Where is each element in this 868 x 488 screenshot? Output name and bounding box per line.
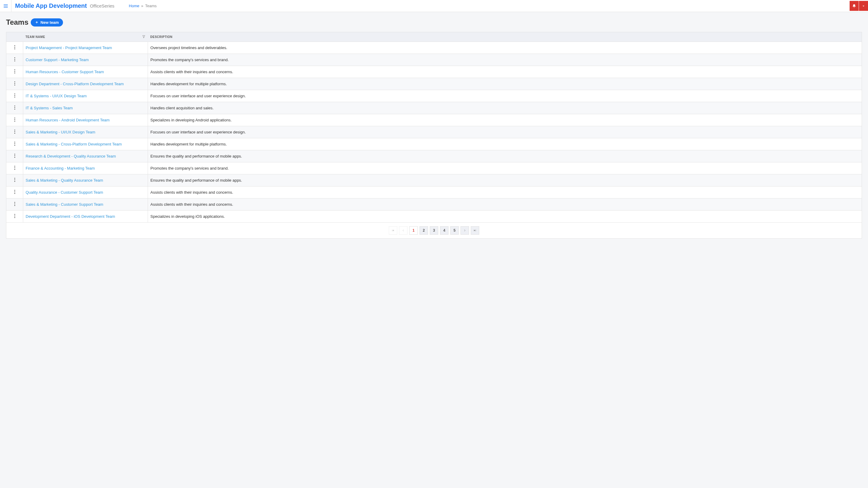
new-team-button[interactable]: New team <box>31 19 63 27</box>
svg-point-19 <box>14 97 15 98</box>
team-name-cell: Finance & Accounting - Marketing Team <box>23 162 148 174</box>
pagination-first-button[interactable] <box>389 226 397 235</box>
more-vertical-icon <box>14 154 16 158</box>
row-menu-button[interactable] <box>6 54 23 66</box>
breadcrumb-current: Teams <box>145 4 157 8</box>
svg-point-38 <box>14 178 15 178</box>
more-vertical-icon <box>14 202 16 206</box>
svg-point-15 <box>14 83 15 84</box>
team-link[interactable]: IT & Systems - UI/UX Design Team <box>26 94 87 98</box>
team-name-cell: Project Management - Project Management … <box>23 42 148 54</box>
team-description-cell: Handles development for multiple platfor… <box>148 78 862 90</box>
pagination-last-button[interactable] <box>471 226 479 235</box>
team-link[interactable]: Sales & Marketing - Cross-Platform Devel… <box>26 142 122 147</box>
svg-point-32 <box>14 154 15 155</box>
filter-icon <box>142 35 146 38</box>
row-menu-button[interactable] <box>6 114 23 126</box>
more-vertical-icon <box>14 178 16 182</box>
row-menu-button[interactable] <box>6 150 23 162</box>
svg-point-34 <box>14 157 15 158</box>
team-name-cell: Human Resources - Customer Support Team <box>23 66 148 78</box>
column-header-description-label: Description <box>150 35 173 38</box>
row-menu-button[interactable] <box>6 138 23 150</box>
pagination-page-1[interactable]: 1 <box>409 226 418 235</box>
row-menu-button[interactable] <box>6 126 23 138</box>
team-description-cell: Focuses on user interface and user exper… <box>148 126 862 138</box>
team-description-cell: Focuses on user interface and user exper… <box>148 90 862 102</box>
breadcrumb-home-link[interactable]: Home <box>129 4 140 8</box>
team-link[interactable]: Human Resources - Customer Support Team <box>26 70 104 74</box>
pagination-next-button[interactable] <box>461 226 469 235</box>
table-row: Sales & Marketing - Quality Assurance Te… <box>6 174 862 187</box>
team-name-cell: Research & Development - Quality Assuran… <box>23 150 148 162</box>
pagination: 12345 <box>6 223 862 238</box>
hamburger-icon <box>3 3 8 9</box>
svg-point-39 <box>14 180 15 181</box>
more-vertical-icon <box>14 69 16 73</box>
svg-point-48 <box>14 216 15 217</box>
row-menu-button[interactable] <box>6 174 23 187</box>
user-menu-button[interactable] <box>859 1 868 11</box>
more-vertical-icon <box>14 82 16 86</box>
pagination-prev-button[interactable] <box>399 226 407 235</box>
team-link[interactable]: Sales & Marketing - Customer Support Tea… <box>26 202 103 207</box>
table-row: Human Resources - Android Development Te… <box>6 114 862 126</box>
notifications-button[interactable] <box>849 1 859 11</box>
svg-point-29 <box>14 141 15 142</box>
team-link[interactable]: Development Department - iOS Development… <box>26 214 115 219</box>
column-header-team-name[interactable]: Team Name <box>23 32 148 42</box>
team-description-cell: Assists clients with their inquiries and… <box>148 187 862 198</box>
page-header: Teams New team <box>6 18 862 27</box>
svg-point-9 <box>14 59 15 60</box>
new-team-label: New team <box>40 20 59 25</box>
svg-point-42 <box>14 192 15 193</box>
pagination-page-3[interactable]: 3 <box>430 226 438 235</box>
row-menu-button[interactable] <box>6 198 23 210</box>
row-menu-button[interactable] <box>6 42 23 54</box>
svg-point-44 <box>14 202 15 203</box>
row-menu-button[interactable] <box>6 78 23 90</box>
pagination-page-4[interactable]: 4 <box>440 226 448 235</box>
svg-point-31 <box>14 145 15 146</box>
team-name-cell: Sales & Marketing - UI/UX Design Team <box>23 126 148 138</box>
svg-point-25 <box>14 121 15 122</box>
svg-point-21 <box>14 107 15 108</box>
row-menu-button[interactable] <box>6 162 23 174</box>
row-menu-button[interactable] <box>6 66 23 78</box>
filter-team-name-button[interactable] <box>142 35 146 39</box>
breadcrumb: Home » Teams <box>129 4 157 8</box>
team-name-cell: Quality Assurance - Customer Support Tea… <box>23 187 148 198</box>
pagination-page-5[interactable]: 5 <box>450 226 459 235</box>
more-vertical-icon <box>14 166 16 170</box>
pagination-page-2[interactable]: 2 <box>420 226 428 235</box>
menu-toggle-button[interactable] <box>0 0 11 12</box>
svg-point-27 <box>14 131 15 132</box>
team-link[interactable]: Project Management - Project Management … <box>26 45 112 50</box>
table-row: Sales & Marketing - UI/UX Design Team Fo… <box>6 126 862 138</box>
team-link[interactable]: Research & Development - Quality Assuran… <box>26 154 116 158</box>
team-description-cell: Assists clients with their inquiries and… <box>148 66 862 78</box>
row-menu-button[interactable] <box>6 210 23 223</box>
row-menu-button[interactable] <box>6 90 23 102</box>
svg-point-7 <box>14 48 15 50</box>
team-link[interactable]: Sales & Marketing - UI/UX Design Team <box>26 130 95 134</box>
svg-point-36 <box>14 167 15 168</box>
team-link[interactable]: Quality Assurance - Customer Support Tea… <box>26 190 103 195</box>
column-header-description[interactable]: Description <box>148 32 862 42</box>
team-link[interactable]: Design Department - Cross-Platform Devel… <box>26 82 124 86</box>
svg-point-41 <box>14 190 15 191</box>
team-link[interactable]: Finance & Accounting - Marketing Team <box>26 166 95 170</box>
team-link[interactable]: Customer Support - Marketing Team <box>26 58 89 62</box>
row-menu-button[interactable] <box>6 187 23 198</box>
table-row: Sales & Marketing - Customer Support Tea… <box>6 198 862 210</box>
more-vertical-icon <box>14 93 16 98</box>
team-name-cell: IT & Systems - UI/UX Design Team <box>23 90 148 102</box>
team-link[interactable]: Sales & Marketing - Quality Assurance Te… <box>26 178 103 183</box>
svg-point-45 <box>14 204 15 204</box>
team-link[interactable]: IT & Systems - Sales Team <box>26 106 73 110</box>
table-row: Project Management - Project Management … <box>6 42 862 54</box>
team-link[interactable]: Human Resources - Android Development Te… <box>26 118 110 122</box>
svg-point-40 <box>14 181 15 182</box>
table-row: IT & Systems - UI/UX Design Team Focuses… <box>6 90 862 102</box>
row-menu-button[interactable] <box>6 102 23 114</box>
